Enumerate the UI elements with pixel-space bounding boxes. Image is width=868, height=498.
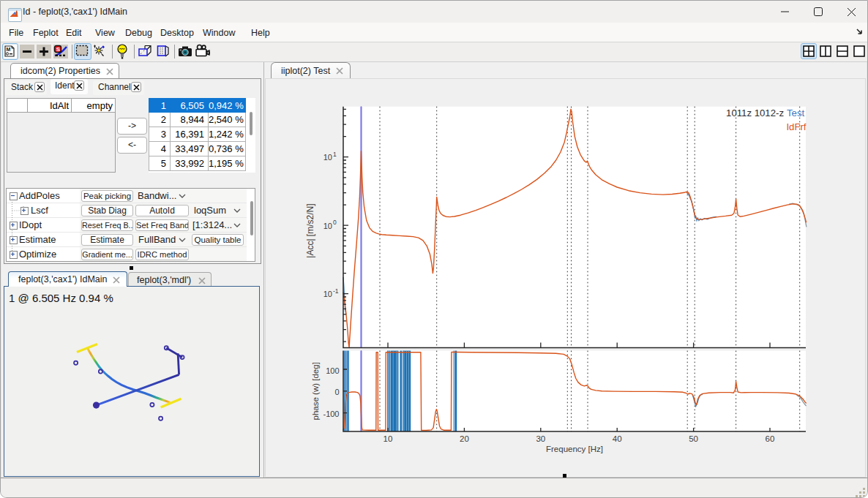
- svg-text:1011z 1012-z: 1011z 1012-z: [726, 107, 784, 118]
- svg-text:M: M: [7, 47, 11, 52]
- svg-text:S: S: [56, 46, 61, 53]
- svg-text:phase (w) [deg]: phase (w) [deg]: [311, 362, 320, 420]
- svg-text:20: 20: [460, 434, 469, 443]
- svg-text:40: 40: [613, 434, 622, 443]
- svg-text:10: 10: [323, 153, 332, 162]
- svg-text:IdFrf: IdFrf: [786, 121, 806, 132]
- svg-text:10: 10: [323, 222, 332, 230]
- svg-text:0: 0: [333, 219, 337, 226]
- svg-text:10: 10: [384, 434, 393, 443]
- svg-text:100: 100: [326, 366, 339, 375]
- svg-text:Frequency [Hz]: Frequency [Hz]: [546, 445, 603, 453]
- svg-text:|Acc| [m/s2/N]: |Acc| [m/s2/N]: [305, 203, 315, 257]
- svg-text:1: 1: [333, 151, 337, 158]
- svg-text:10: 10: [323, 290, 332, 298]
- svg-text:30: 30: [536, 434, 545, 443]
- svg-text:-100: -100: [323, 410, 339, 418]
- svg-text:-1: -1: [333, 287, 339, 295]
- svg-text:50: 50: [689, 434, 698, 443]
- svg-text:60: 60: [766, 434, 775, 443]
- svg-text:0: 0: [334, 388, 339, 396]
- svg-text:Test: Test: [787, 107, 805, 118]
